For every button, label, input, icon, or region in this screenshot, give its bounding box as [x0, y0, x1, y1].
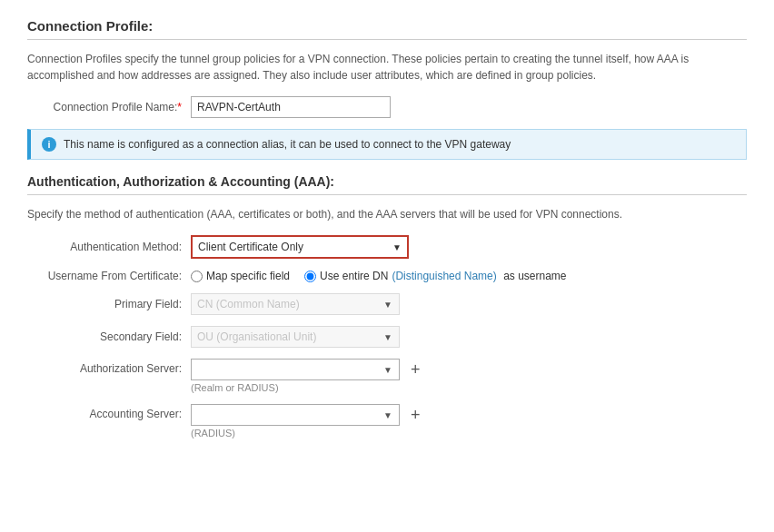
aaa-section: Authentication, Authorization & Accounti…: [27, 174, 747, 438]
auth-server-select[interactable]: [191, 359, 400, 380]
auth-server-select-wrapper: ▼: [191, 359, 400, 380]
radio-map-specific-option[interactable]: Map specific field: [191, 270, 290, 282]
secondary-field-label: Secondary Field:: [27, 330, 191, 343]
auth-server-hint: (Realm or RADIUS): [191, 382, 426, 393]
accounting-server-label: Accounting Server:: [27, 404, 191, 420]
auth-method-select-wrapper: AAA Client Certificate Only AAA + Client…: [191, 235, 409, 259]
connection-profile-title: Connection Profile:: [27, 18, 747, 34]
as-username-text: as username: [501, 270, 567, 282]
auth-server-add-button[interactable]: +: [405, 360, 426, 379]
secondary-field-select[interactable]: OU (Organisational Unit): [191, 326, 400, 348]
accounting-server-add-button[interactable]: +: [405, 406, 426, 425]
primary-field-row: Primary Field: CN (Common Name) ▼: [27, 293, 747, 315]
auth-server-row: Authorization Server: ▼ + (Realm or RADI…: [27, 359, 747, 393]
connection-profile-section: Connection Profile: Connection Profiles …: [27, 18, 747, 160]
username-cert-label: Username From Certificate:: [27, 270, 191, 282]
primary-field-select[interactable]: CN (Common Name): [191, 293, 400, 315]
profile-name-label: Connection Profile Name:*: [27, 101, 191, 113]
info-message-text: This name is configured as a connection …: [64, 138, 511, 151]
auth-server-wrapper: ▼ + (Realm or RADIUS): [191, 359, 426, 393]
aaa-section-title: Authentication, Authorization & Accounti…: [27, 174, 747, 189]
info-box: i This name is configured as a connectio…: [27, 129, 747, 160]
username-cert-radio-group: Map specific field Use entire DN (Distin…: [191, 270, 567, 282]
accounting-server-wrapper: ▼ + (RADIUS): [191, 404, 426, 438]
secondary-field-wrapper: OU (Organisational Unit) ▼: [191, 326, 400, 348]
primary-field-wrapper: CN (Common Name) ▼: [191, 293, 400, 315]
aaa-description: Specify the method of authentication (AA…: [27, 206, 747, 222]
radio-use-dn-label: Use entire DN: [320, 270, 388, 282]
section-divider-1: [27, 39, 747, 40]
radio-map-specific[interactable]: [191, 271, 203, 282]
username-cert-row: Username From Certificate: Map specific …: [27, 270, 747, 282]
auth-method-label: Authentication Method:: [27, 241, 191, 253]
auth-server-label: Authorization Server:: [27, 359, 191, 375]
dn-link[interactable]: (Distinguished Name): [392, 270, 496, 282]
profile-name-row: Connection Profile Name:*: [27, 96, 747, 118]
required-asterisk: *: [177, 101, 182, 113]
primary-field-label: Primary Field:: [27, 298, 191, 310]
secondary-field-row: Secondary Field: OU (Organisational Unit…: [27, 326, 747, 348]
accounting-server-select[interactable]: [191, 404, 400, 426]
info-icon: i: [42, 137, 56, 152]
accounting-server-hint: (RADIUS): [191, 428, 426, 438]
profile-name-input[interactable]: [191, 96, 391, 118]
radio-use-dn-option[interactable]: Use entire DN (Distinguished Name) as us…: [304, 270, 566, 282]
section-divider-2: [27, 194, 747, 195]
auth-server-input-row: ▼ +: [191, 359, 426, 380]
radio-use-dn[interactable]: [304, 271, 316, 282]
connection-profile-description: Connection Profiles specify the tunnel g…: [27, 51, 747, 84]
accounting-server-row: Accounting Server: ▼ + (RADIUS): [27, 404, 747, 438]
radio-map-specific-label: Map specific field: [206, 270, 290, 282]
accounting-server-select-wrapper: ▼: [191, 404, 400, 426]
accounting-server-input-row: ▼ +: [191, 404, 426, 426]
auth-method-row: Authentication Method: AAA Client Certif…: [27, 235, 747, 259]
auth-method-select[interactable]: AAA Client Certificate Only AAA + Client…: [191, 235, 409, 259]
